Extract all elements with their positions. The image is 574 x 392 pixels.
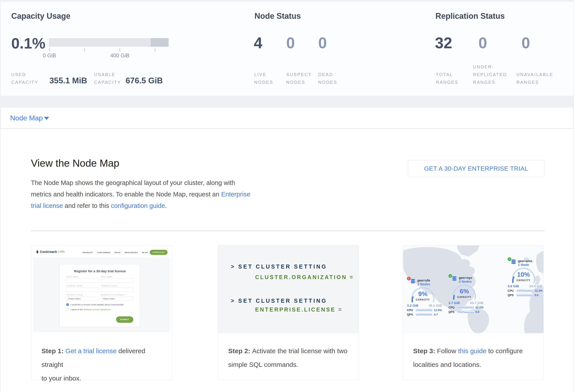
cpu-value: 12.3%: [534, 289, 543, 292]
locality-sfo: 1 geo=sfo 2 Nodes: [407, 279, 445, 316]
usable-capacity-value: 676.5 GiB: [125, 76, 163, 85]
caption-line: to your inbox.: [41, 372, 165, 385]
code-line-set-cluster-setting-1: > SET CLUSTER SETTING: [231, 263, 327, 270]
page-title: View the Node Map: [31, 157, 119, 169]
cockroach-labs-logo: Cockroach LABS: [36, 250, 65, 254]
database-stack-icon: [451, 276, 457, 281]
chevron-down-icon[interactable]: [44, 117, 49, 120]
locality-name: geo=sfo: [417, 279, 430, 282]
used-capacity-value: 355.1 MiB: [49, 76, 87, 85]
cluster-summary-panel: Capacity Usage 0.1% 0 GiB 400 GiB USED C…: [1, 2, 573, 96]
capacity-used: 3.7 GiB: [449, 301, 460, 305]
form-fields-grid: FIRST NAME LAST NAME COMPANY NAME C: [66, 276, 133, 301]
database-stack-icon: [511, 259, 516, 264]
locality-nyc: ✓ geo=nyc 2 Nodes: [449, 276, 486, 314]
capacity-tick-label-400: 400 GiB: [110, 53, 129, 59]
code-line-enterprise-license: ENTERPRISE.LICENSE =: [255, 306, 343, 313]
used-capacity-label: USED CAPACITY: [11, 71, 38, 86]
project-phase-select: PROJECT PHASE Please Select: [66, 294, 99, 301]
capacity-percent: 6%: [451, 288, 478, 295]
capacity-tick: [84, 48, 85, 51]
cockroach-bug-icon: [36, 250, 39, 254]
healthy-badge-icon: ✓: [449, 274, 452, 278]
code-line-cluster-organization: CLUSTER.ORGANIZATION =: [255, 274, 354, 280]
total-ranges-label: TOTAL RANGES: [436, 71, 458, 86]
cpu-sparkline: [457, 306, 474, 309]
reason-for-interest-select: REASON FOR INTEREST Please Select: [101, 294, 134, 301]
under-replicated-ranges-count: 0: [478, 34, 487, 52]
first-name-field: FIRST NAME: [66, 276, 99, 283]
form-title: Register for a 30-day trial license: [60, 269, 140, 273]
locality-node-count: 2 Nodes: [417, 282, 430, 286]
node-map-section-toggle[interactable]: Node Map: [1, 107, 573, 129]
qps-value: 0.0: [534, 294, 538, 297]
description-line[interactable]: trial license and refer to this configur…: [31, 200, 250, 211]
capacity-usage-title: Capacity Usage: [11, 11, 70, 21]
description-line[interactable]: metrics and health indicators. To enable…: [31, 188, 250, 200]
node-map-description: The Node Map shows the geographical layo…: [31, 177, 250, 211]
dead-nodes-count: 0: [318, 34, 327, 52]
qps-value: 0.0: [475, 310, 479, 314]
locality-node-count: 1 Node: [518, 263, 532, 266]
section-divider: [31, 231, 544, 231]
capacity-tick: [155, 48, 155, 51]
capacity-percent: 10%: [510, 271, 537, 278]
capacity-tick-label-0: 0 GiB: [43, 53, 56, 59]
sql-code-block: > SET CLUSTER SETTING CLUSTER.ORGANIZATI…: [218, 245, 359, 333]
cpu-sparkline: [517, 289, 533, 292]
live-nodes-label: LIVE NODES: [254, 71, 273, 86]
license-agreement-link: Software License Agreement.: [83, 308, 111, 311]
unavailable-ranges-label: UNAVAILABLE RANGES: [516, 71, 553, 86]
company-email-field: COMPANY EMAIL: [101, 285, 134, 292]
suspect-nodes-count: 0: [286, 34, 295, 52]
qps-label: QPS: [407, 313, 414, 316]
error-badge-icon: 1: [407, 277, 411, 280]
capacity-total: 65.7 GiB: [470, 301, 483, 305]
step2-card: > SET CLUSTER SETTING CLUSTER.ORGANIZATI…: [218, 245, 359, 380]
capacity-used: 3.2 GiB: [407, 304, 418, 307]
description-line: The Node Map shows the geographical layo…: [31, 177, 250, 188]
enterprise-trial-button[interactable]: GET A 30-DAY ENTERPRISE TRIAL: [408, 160, 544, 177]
node-map-dropdown-label[interactable]: Node Map: [10, 108, 43, 128]
locality-name: geo=nyc: [459, 276, 472, 280]
cpu-label: CPU: [407, 308, 414, 312]
locality-ams: ✓ geo=ams 1 Node: [508, 259, 544, 297]
live-nodes-count: 4: [254, 34, 262, 52]
qps-sparkline: [416, 313, 432, 316]
step1-caption: Step 1: Get a trial license delivered st…: [41, 344, 165, 385]
step1-card: Cockroach LABS PRODUCT CUSTOMERS DOCS RE…: [31, 245, 172, 380]
node-status-title: Node Status: [254, 11, 301, 21]
locality-node-count: 2 Nodes: [459, 280, 472, 283]
cpu-label: CPU: [508, 289, 515, 292]
capacity-used-percent: 0.1%: [11, 34, 45, 52]
replication-status-title: Replication Status: [435, 11, 505, 21]
capacity-bar: [49, 38, 169, 47]
node-map-preview: 1 geo=sfo 2 Nodes: [403, 245, 544, 333]
checked-checkbox-icon: ✓: [66, 303, 69, 306]
qps-label: QPS: [508, 294, 515, 297]
qps-sparkline: [517, 294, 533, 297]
healthy-badge-icon: ✓: [508, 257, 511, 261]
capacity-gauge-label: CAPACITY: [510, 279, 537, 281]
capacity-bar-used-segment: [151, 38, 169, 47]
download-pill-button: DOWNLOAD: [150, 250, 167, 255]
code-line-set-cluster-setting-2: > SET CLUSTER SETTING: [231, 298, 327, 304]
cpu-sparkline: [416, 309, 432, 312]
nav-item-customers: CUSTOMERS: [97, 252, 110, 254]
caption-line: Step 2: Activate the trial license with …: [228, 344, 352, 358]
cpu-label: CPU: [449, 306, 456, 309]
qps-value: 4.7: [434, 313, 438, 316]
step3-card: 1 geo=sfo 2 Nodes: [403, 245, 544, 380]
step2-caption: Step 2: Activate the trial license with …: [228, 344, 352, 372]
email-optin-checkbox-row: ✓ I would like to receive email updates …: [66, 303, 133, 306]
capacity-used: 3.6 GiB: [508, 284, 519, 288]
qps-label: QPS: [449, 310, 456, 314]
usable-capacity-label: USABLE CAPACITY: [94, 71, 121, 86]
database-stack-icon: [410, 279, 416, 284]
capacity-gauge: 10% CAPACITY: [510, 267, 537, 284]
unavailable-ranges-count: 0: [521, 34, 530, 52]
capacity-percent: 9%: [410, 290, 436, 298]
caption-line[interactable]: Step 3: Follow this guide to configure: [413, 344, 537, 358]
unchecked-checkbox-icon: [66, 308, 69, 311]
caption-line[interactable]: Step 1: Get a trial license delivered st…: [41, 344, 165, 372]
